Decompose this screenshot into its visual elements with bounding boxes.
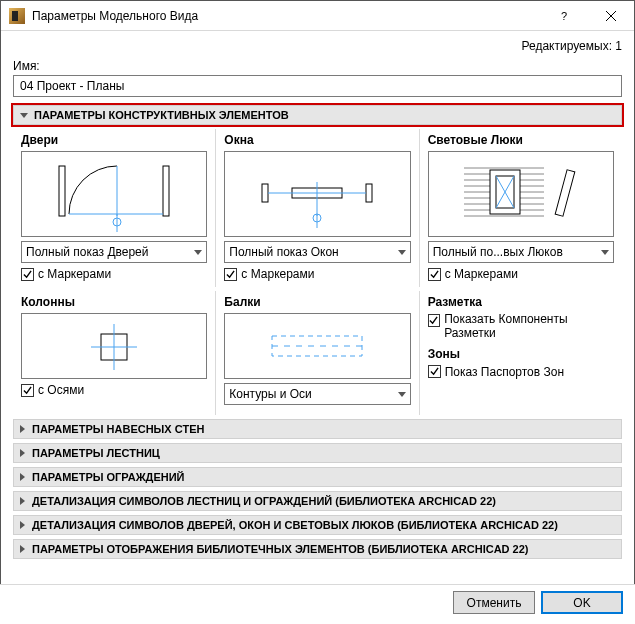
- skylights-preview: [428, 151, 614, 237]
- name-input[interactable]: [13, 75, 622, 97]
- cancel-button[interactable]: Отменить: [453, 591, 535, 614]
- section-title: ДЕТАЛИЗАЦИЯ СИМВОЛОВ ДВЕРЕЙ, ОКОН И СВЕТ…: [32, 519, 558, 531]
- chevron-down-icon: [194, 250, 202, 255]
- section-title: ПАРАМЕТРЫ ОТОБРАЖЕНИЯ БИБЛИОТЕЧНЫХ ЭЛЕМЕ…: [32, 543, 529, 555]
- section-title: ПАРАМЕТРЫ НАВЕСНЫХ СТЕН: [32, 423, 204, 435]
- chevron-down-icon: [601, 250, 609, 255]
- section-title: ПАРАМЕТРЫ ОГРАЖДЕНИЙ: [32, 471, 185, 483]
- checkbox-label: с Маркерами: [38, 267, 111, 281]
- svg-rect-4: [163, 166, 169, 216]
- svg-rect-10: [366, 184, 372, 202]
- zones-title: Зоны: [428, 347, 614, 361]
- chevron-right-icon: [20, 497, 25, 505]
- chevron-down-icon: [398, 250, 406, 255]
- combo-value: Полный показ Дверей: [26, 245, 148, 259]
- app-icon: [9, 8, 25, 24]
- chevron-right-icon: [20, 473, 25, 481]
- svg-rect-3: [59, 166, 65, 216]
- name-label: Имя:: [13, 59, 622, 73]
- columns-title: Колонны: [21, 295, 207, 309]
- chevron-right-icon: [20, 449, 25, 457]
- ok-button[interactable]: OK: [541, 591, 623, 614]
- section-library-display[interactable]: ПАРАМЕТРЫ ОТОБРАЖЕНИЯ БИБЛИОТЕЧНЫХ ЭЛЕМЕ…: [13, 539, 622, 559]
- columns-preview: [21, 313, 207, 379]
- section-railings[interactable]: ПАРАМЕТРЫ ОГРАЖДЕНИЙ: [13, 467, 622, 487]
- section-door-win-detail[interactable]: ДЕТАЛИЗАЦИЯ СИМВОЛОВ ДВЕРЕЙ, ОКОН И СВЕТ…: [13, 515, 622, 535]
- button-label: Отменить: [467, 596, 522, 610]
- chevron-right-icon: [20, 425, 25, 433]
- windows-combo[interactable]: Полный показ Окон: [224, 241, 410, 263]
- windows-preview: [224, 151, 410, 237]
- combo-value: Контуры и Оси: [229, 387, 312, 401]
- help-button[interactable]: ?: [542, 1, 588, 31]
- chevron-right-icon: [20, 545, 25, 553]
- checkbox-label: Показ Паспортов Зон: [445, 365, 564, 379]
- skylights-title: Световые Люки: [428, 133, 614, 147]
- chevron-down-icon: [20, 113, 28, 118]
- button-label: OK: [573, 596, 590, 610]
- checkbox-label: с Маркерами: [241, 267, 314, 281]
- window-title: Параметры Модельного Вида: [32, 9, 198, 23]
- close-button[interactable]: [588, 1, 634, 31]
- checkbox-label: с Осями: [38, 383, 84, 397]
- svg-rect-9: [262, 184, 268, 202]
- checkbox-label: Показать Компоненты Разметки: [444, 313, 614, 341]
- svg-text:?: ?: [561, 11, 567, 21]
- zones-show-check[interactable]: Показ Паспортов Зон: [428, 365, 614, 379]
- titlebar: Параметры Модельного Вида ?: [1, 1, 634, 31]
- doors-preview: [21, 151, 207, 237]
- section-stairs[interactable]: ПАРАМЕТРЫ ЛЕСТНИЦ: [13, 443, 622, 463]
- windows-markers-check[interactable]: с Маркерами: [224, 267, 410, 281]
- skylights-markers-check[interactable]: с Маркерами: [428, 267, 614, 281]
- section-stair-rail-detail[interactable]: ДЕТАЛИЗАЦИЯ СИМВОЛОВ ЛЕСТНИЦ И ОГРАЖДЕНИ…: [13, 491, 622, 511]
- markup-show-check[interactable]: Показать Компоненты Разметки: [428, 313, 614, 341]
- chevron-right-icon: [20, 521, 25, 529]
- beams-title: Балки: [224, 295, 410, 309]
- skylights-combo[interactable]: Полный по...вых Люков: [428, 241, 614, 263]
- section-curtain-walls[interactable]: ПАРАМЕТРЫ НАВЕСНЫХ СТЕН: [13, 419, 622, 439]
- chevron-down-icon: [398, 392, 406, 397]
- beams-preview: [224, 313, 410, 379]
- doors-markers-check[interactable]: с Маркерами: [21, 267, 207, 281]
- section-title: ПАРАМЕТРЫ КОНСТРУКТИВНЫХ ЭЛЕМЕНТОВ: [34, 109, 289, 121]
- section-title: ПАРАМЕТРЫ ЛЕСТНИЦ: [32, 447, 160, 459]
- section-title: ДЕТАЛИЗАЦИЯ СИМВОЛОВ ЛЕСТНИЦ И ОГРАЖДЕНИ…: [32, 495, 496, 507]
- windows-title: Окна: [224, 133, 410, 147]
- combo-value: Полный показ Окон: [229, 245, 338, 259]
- section-construction-elements[interactable]: ПАРАМЕТРЫ КОНСТРУКТИВНЫХ ЭЛЕМЕНТОВ: [13, 105, 622, 125]
- editable-count: Редактируемых: 1: [13, 39, 622, 57]
- doors-title: Двери: [21, 133, 207, 147]
- beams-combo[interactable]: Контуры и Оси: [224, 383, 410, 405]
- combo-value: Полный по...вых Люков: [433, 245, 563, 259]
- checkbox-label: с Маркерами: [445, 267, 518, 281]
- columns-axes-check[interactable]: с Осями: [21, 383, 207, 397]
- doors-combo[interactable]: Полный показ Дверей: [21, 241, 207, 263]
- markup-title: Разметка: [428, 295, 614, 309]
- svg-rect-29: [555, 170, 575, 217]
